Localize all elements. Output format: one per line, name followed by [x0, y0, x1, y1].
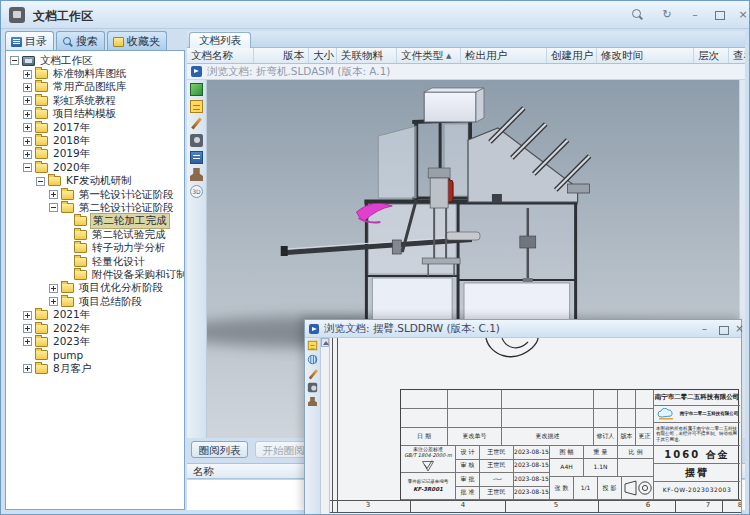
tree-item[interactable]: 项目优化分析阶段 [8, 282, 184, 295]
tree-item[interactable]: 8月客户 [8, 362, 184, 375]
expand-icon[interactable] [49, 190, 58, 199]
annotate-pencil-icon[interactable] [190, 117, 203, 130]
folder-icon [35, 109, 48, 119]
collapse-icon[interactable] [10, 56, 19, 65]
tree-item[interactable]: pump [8, 349, 184, 362]
tree-item[interactable]: 2019年 [8, 148, 184, 161]
sheet-border-line [330, 500, 741, 501]
col-material[interactable]: 关联物料 [337, 48, 397, 63]
tree-item-root[interactable]: 文档工作区 [8, 54, 184, 67]
sync-icon[interactable]: ↻ [659, 7, 675, 23]
signoff-name: 王世民 [480, 460, 514, 474]
expand-icon[interactable] [23, 110, 32, 119]
expand-icon[interactable] [23, 137, 32, 146]
expand-icon[interactable] [23, 311, 32, 320]
folder-icon [35, 163, 48, 173]
tree-item[interactable]: 附件设备采购和订制 [8, 268, 184, 281]
vertical-scrollbar[interactable] [321, 338, 330, 515]
tree-item[interactable]: 2018年 [8, 134, 184, 147]
tree-item[interactable]: 2017年 [8, 121, 184, 134]
expand-icon[interactable] [23, 96, 32, 105]
col-checkout-user[interactable]: 检出用户 [461, 48, 547, 63]
close-button[interactable]: × [732, 322, 747, 336]
collapse-icon[interactable] [36, 177, 45, 186]
expand-icon[interactable] [23, 324, 32, 333]
view-globe-icon[interactable] [308, 355, 317, 364]
tree-item[interactable]: 2023年 [8, 335, 184, 348]
col-version[interactable]: 版本 [254, 48, 309, 63]
close-button[interactable]: × [735, 7, 750, 23]
col-file-type[interactable]: 文件类型▲ [397, 48, 461, 63]
tree-item[interactable]: 标准物料库图纸 [8, 67, 184, 80]
expand-icon[interactable] [23, 150, 32, 159]
tree-item[interactable]: 第一轮设计论证阶段 [8, 188, 184, 201]
rev-col-reviser: 修订人 [594, 428, 618, 446]
tree-item[interactable]: 常用产品图纸库 [8, 81, 184, 94]
folder-icon [35, 350, 48, 360]
notebook-icon[interactable] [190, 151, 203, 164]
tree-item[interactable]: 轻量化设计 [8, 255, 184, 268]
bom-table-icon[interactable] [190, 100, 203, 113]
expand-icon[interactable] [23, 364, 32, 373]
signoff-date: 2023-08-15 [514, 460, 550, 474]
drawing-number-cell: KF-QW-2023032003 [654, 482, 740, 500]
drawing-window-title: 浏览文档: 摆臂.SLDDRW (版本: C.1) [324, 322, 500, 336]
col-create-user[interactable]: 创建用户 [547, 48, 597, 63]
col-level[interactable]: 层次 [694, 48, 729, 63]
snapshot-camera-icon[interactable] [190, 134, 203, 147]
zone-tick [505, 500, 506, 512]
tree-item[interactable]: KF发动机研制 [8, 175, 184, 188]
scroll-up-icon[interactable] [321, 338, 329, 347]
minimize-button[interactable]: – [697, 322, 712, 336]
tree-item[interactable]: 第二轮试验完成 [8, 228, 184, 241]
collapse-icon[interactable] [23, 163, 32, 172]
tree-item[interactable]: 转子动力学分析 [8, 241, 184, 254]
expand-icon[interactable] [49, 297, 58, 306]
folder-icon [35, 310, 48, 320]
stamp-icon[interactable] [308, 397, 317, 406]
tree-item[interactable]: 2020年 [8, 161, 184, 174]
tree-item-selected[interactable]: 第二轮加工完成 [8, 215, 184, 228]
tab-directory[interactable]: 目录 [5, 31, 54, 50]
expand-icon[interactable] [23, 337, 32, 346]
cloud-logo-icon [656, 408, 678, 420]
folder-icon [35, 123, 48, 133]
weight-value: 1.1N [584, 459, 618, 477]
viewer-toolbar [187, 80, 207, 438]
signoff-name: 王世民 [480, 487, 514, 501]
maximize-button[interactable] [715, 322, 730, 336]
collapse-icon[interactable] [49, 203, 58, 212]
tree-item[interactable]: 2021年 [8, 308, 184, 321]
tree-item[interactable]: 2022年 [8, 322, 184, 335]
expand-icon[interactable] [23, 123, 32, 132]
col-view[interactable]: 查看 [729, 48, 745, 63]
bom-table-icon[interactable] [308, 341, 317, 350]
drawing-sheet[interactable]: 日 期 更改单号 更改描述 修订人 版本 更正 南宁市二零二五科技有限公司 南宁… [330, 338, 741, 515]
snapshot-camera-icon[interactable] [308, 383, 317, 392]
tree-item[interactable]: 项目总结阶段 [8, 295, 184, 308]
expand-icon[interactable] [23, 70, 32, 79]
format-label: 图 幅 [550, 446, 584, 459]
part-mark-cell: 零件标记记录单编号 KF-3R001 [401, 473, 456, 500]
tab-document-list[interactable]: 文档列表 [189, 32, 251, 48]
folder-icon [61, 190, 74, 200]
stamp-icon[interactable] [190, 168, 203, 181]
model-view-icon[interactable] [190, 83, 203, 96]
tree-item[interactable]: 项目结构模板 [8, 108, 184, 121]
col-modify-time[interactable]: 修改时间 [597, 48, 694, 63]
zone-number: 3 [362, 501, 374, 509]
weight-label: 重 量 [584, 446, 618, 459]
expand-icon[interactable] [23, 83, 32, 92]
company-logo-row: 南宁市二零二五科技有限公司 [654, 406, 740, 423]
expand-icon[interactable] [49, 284, 58, 293]
minimize-button[interactable]: – [687, 7, 703, 23]
signoff-role: 设 计 [456, 446, 480, 460]
col-size[interactable]: 大小 [309, 48, 337, 63]
review-list-button[interactable]: 圈阅列表 [191, 441, 248, 458]
3d-mode-icon[interactable] [190, 185, 203, 198]
tree-item[interactable]: 彩虹系统教程 [8, 94, 184, 107]
annotate-pencil-icon[interactable] [308, 369, 317, 378]
col-doc-name[interactable]: 文档名称 [187, 48, 254, 63]
tab-search[interactable]: 搜索 [56, 31, 105, 50]
tab-favorites[interactable]: 收藏夹 [107, 31, 167, 50]
